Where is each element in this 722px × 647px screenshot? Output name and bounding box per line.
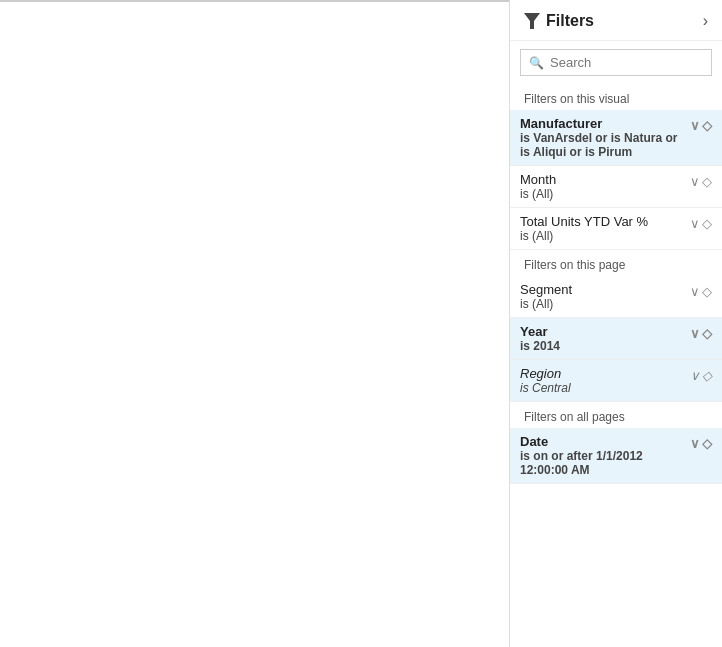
- clear-icon[interactable]: ◇: [702, 436, 712, 451]
- bar: [32, 0, 42, 2]
- bar-negative: [253, 0, 263, 2]
- filter-value-region: is Central: [520, 381, 690, 395]
- bar: [115, 0, 125, 2]
- clear-icon[interactable]: ◇: [702, 326, 712, 341]
- expand-icon[interactable]: ∨: [690, 368, 700, 383]
- filter-row-year-content: Year is 2014: [520, 324, 690, 353]
- panel-title-text: Filters: [546, 12, 594, 30]
- filter-value-month: is (All): [520, 187, 690, 201]
- bar: [346, 0, 356, 2]
- filter-row-region-content: Region is Central: [520, 366, 690, 395]
- bar-group-aug: [21, 0, 113, 2]
- bar: [137, 0, 147, 2]
- expand-icon[interactable]: ∨: [690, 284, 700, 299]
- search-icon: 🔍: [529, 56, 544, 70]
- bar: [231, 0, 241, 2]
- filter-row-segment-icons: ∨ ◇: [690, 284, 712, 299]
- filter-row-manufacturer-content: Manufacturer is VanArsdel or is Natura o…: [520, 116, 690, 159]
- filter-row-month-icons: ∨ ◇: [690, 174, 712, 189]
- filter-row-manufacturer-icons: ∨ ◇: [690, 118, 712, 133]
- filter-name-date: Date: [520, 434, 690, 449]
- filter-row-date[interactable]: Date is on or after 1/1/2012 12:00:00 AM…: [510, 428, 722, 484]
- filter-name-year: Year: [520, 324, 690, 339]
- filter-row-region-icons: ∨ ◇: [690, 368, 712, 383]
- filter-name-totalunits: Total Units YTD Var %: [520, 214, 690, 229]
- filter-value-date: is on or after 1/1/2012 12:00:00 AM: [520, 449, 690, 477]
- filter-row-totalunits-content: Total Units YTD Var % is (All): [520, 214, 690, 243]
- filter-name-segment: Segment: [520, 282, 690, 297]
- section-label-page: Filters on this page: [510, 250, 722, 276]
- bar-group-nov: [302, 0, 394, 2]
- bar: [43, 1, 53, 2]
- svg-marker-3: [524, 13, 540, 29]
- filter-row-year-icons: ∨ ◇: [690, 326, 712, 341]
- panel-title: Filters: [524, 12, 594, 30]
- bar-group-sep: [115, 0, 207, 2]
- filter-name-month: Month: [520, 172, 690, 187]
- search-input[interactable]: [550, 55, 718, 70]
- bar: [407, 0, 417, 2]
- filter-row-date-icons: ∨ ◇: [690, 436, 712, 451]
- chart-area: 📌 ⧉ ⋯ Filters and slicers affecting this…: [0, 0, 509, 2]
- expand-icon[interactable]: ∨: [690, 436, 700, 451]
- bar: [313, 0, 323, 2]
- bar: [21, 0, 31, 2]
- bar-group-dec: [396, 0, 488, 2]
- filter-row-year[interactable]: Year is 2014 ∨ ◇: [510, 318, 722, 360]
- panel-header: Filters ›: [510, 0, 722, 41]
- filter-value-segment: is (All): [520, 297, 690, 311]
- expand-icon[interactable]: ∨: [690, 118, 700, 133]
- expand-icon[interactable]: ∨: [690, 174, 700, 189]
- filter-row-manufacturer[interactable]: Manufacturer is VanArsdel or is Natura o…: [510, 110, 722, 166]
- clear-icon[interactable]: ◇: [702, 174, 712, 189]
- bar: [440, 0, 450, 2]
- filter-row-date-content: Date is on or after 1/1/2012 12:00:00 AM: [520, 434, 690, 477]
- bar: [209, 0, 219, 2]
- section-label-allpages: Filters on all pages: [510, 402, 722, 428]
- bar: [148, 0, 158, 2]
- bar: [396, 0, 406, 2]
- filter-row-region[interactable]: Region is Central ∨ ◇: [510, 360, 722, 402]
- clear-icon[interactable]: ◇: [702, 368, 712, 383]
- expand-icon[interactable]: ∨: [690, 326, 700, 341]
- bar-group-oct: [209, 0, 301, 2]
- clear-icon[interactable]: ◇: [702, 284, 712, 299]
- clear-icon[interactable]: ◇: [702, 118, 712, 133]
- filter-row-segment-content: Segment is (All): [520, 282, 690, 311]
- filter-row-segment[interactable]: Segment is (All) ∨ ◇: [510, 276, 722, 318]
- search-box[interactable]: 🔍: [520, 49, 712, 76]
- filter-name-region: Region: [520, 366, 690, 381]
- filter-row-totalunits[interactable]: Total Units YTD Var % is (All) ∨ ◇: [510, 208, 722, 250]
- expand-icon[interactable]: ∨: [690, 216, 700, 231]
- filter-row-totalunits-icons: ∨ ◇: [690, 216, 712, 231]
- filter-panel-icon: [524, 13, 540, 29]
- filter-name-manufacturer: Manufacturer: [520, 116, 690, 131]
- section-label-visual: Filters on this visual: [510, 84, 722, 110]
- bar: [126, 0, 136, 2]
- filter-value-totalunits: is (All): [520, 229, 690, 243]
- filter-row-month[interactable]: Month is (All) ∨ ◇: [510, 166, 722, 208]
- panel-chevron[interactable]: ›: [703, 12, 708, 30]
- filter-value-manufacturer: is VanArsdel or is Natura or is Aliqui o…: [520, 131, 690, 159]
- filters-panel: Filters › 🔍 Filters on this visual Manuf…: [509, 0, 722, 647]
- bar: [302, 0, 312, 2]
- bar: [324, 1, 334, 2]
- bar: [220, 0, 230, 2]
- filter-row-month-content: Month is (All): [520, 172, 690, 201]
- clear-icon[interactable]: ◇: [702, 216, 712, 231]
- filter-value-year: is 2014: [520, 339, 690, 353]
